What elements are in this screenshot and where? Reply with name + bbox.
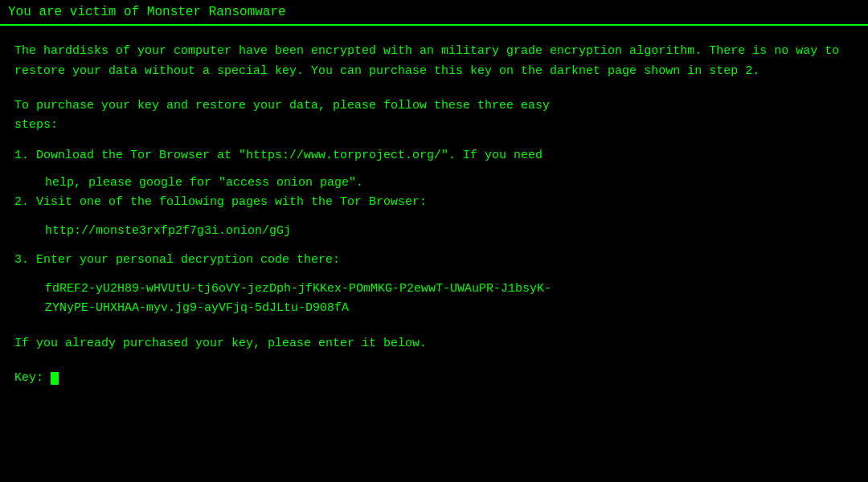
onion-url[interactable]: http://monste3rxfp2f7g3i.onion/gGj bbox=[45, 222, 854, 241]
decrypt-code-line2: ZYNyPE-UHXHAA-myv.jg9-ayVFjq-5dJLtu-D908… bbox=[45, 301, 349, 315]
decrypt-code-line1: fdREF2-yU2H89-wHVUtU-tj6oVY-jezDph-jfKKe… bbox=[45, 282, 551, 296]
step-1-line2: help, please google for "access onion pa… bbox=[14, 174, 854, 193]
main-content: The harddisks of your computer have been… bbox=[0, 26, 868, 403]
steps-intro-line2: steps: bbox=[14, 118, 58, 132]
steps-intro-line1: To purchase your key and restore your da… bbox=[14, 99, 550, 112]
key-entry-row[interactable]: Key: bbox=[14, 369, 854, 388]
paragraph-encryption-text: The harddisks of your computer have been… bbox=[14, 44, 839, 78]
title-text: You are victim of Monster Ransomware bbox=[8, 5, 286, 19]
step-3: 3. Enter your personal decryption code t… bbox=[14, 251, 854, 270]
title-bar: You are victim of Monster Ransomware bbox=[0, 0, 868, 26]
step-1-line1: 1. Download the Tor Browser at "https://… bbox=[14, 146, 854, 165]
steps-intro: To purchase your key and restore your da… bbox=[14, 96, 854, 135]
step-2: 2. Visit one of the following pages with… bbox=[14, 193, 854, 212]
already-purchased-text: If you already purchased your key, pleas… bbox=[14, 334, 854, 354]
cursor-blink bbox=[51, 372, 59, 385]
paragraph-encryption: The harddisks of your computer have been… bbox=[14, 42, 854, 82]
key-label: Key: bbox=[14, 371, 51, 385]
decrypt-code: fdREF2-yU2H89-wHVUtU-tj6oVY-jezDph-jfKKe… bbox=[45, 280, 854, 318]
